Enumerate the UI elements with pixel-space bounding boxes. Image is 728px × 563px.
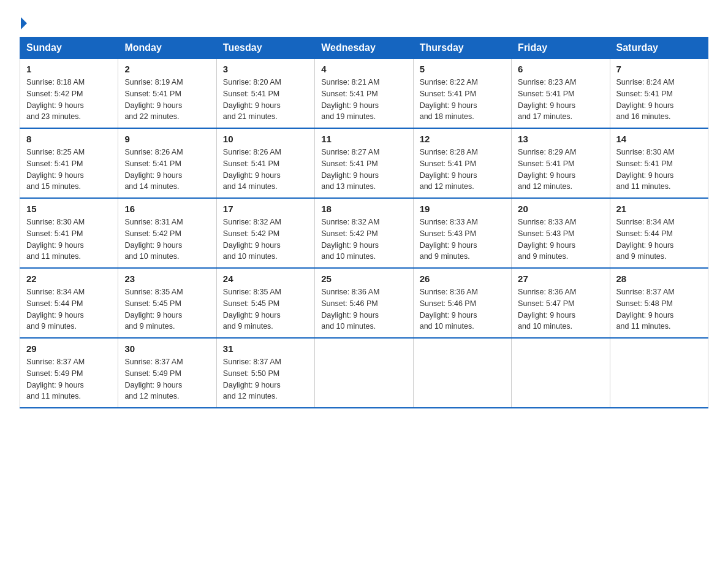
- day-info: Sunrise: 8:26 AM Sunset: 5:41 PM Dayligh…: [124, 147, 210, 193]
- calendar-cell: 31 Sunrise: 8:37 AM Sunset: 5:50 PM Dayl…: [216, 338, 314, 408]
- day-info: Sunrise: 8:22 AM Sunset: 5:41 PM Dayligh…: [420, 77, 505, 123]
- calendar-cell: 8 Sunrise: 8:25 AM Sunset: 5:41 PM Dayli…: [20, 128, 118, 198]
- weekday-header-wednesday: Wednesday: [315, 37, 413, 59]
- day-number: 13: [518, 134, 603, 144]
- day-number: 10: [223, 134, 308, 144]
- week-row-4: 22 Sunrise: 8:34 AM Sunset: 5:44 PM Dayl…: [20, 268, 708, 338]
- day-number: 28: [616, 274, 702, 284]
- day-number: 12: [420, 134, 505, 144]
- week-row-5: 29 Sunrise: 8:37 AM Sunset: 5:49 PM Dayl…: [20, 338, 708, 408]
- day-number: 23: [124, 274, 210, 284]
- day-number: 3: [223, 64, 308, 74]
- day-number: 29: [26, 343, 112, 354]
- day-number: 27: [518, 274, 603, 284]
- weekday-header-row: SundayMondayTuesdayWednesdayThursdayFrid…: [20, 37, 708, 59]
- calendar-header: SundayMondayTuesdayWednesdayThursdayFrid…: [20, 37, 708, 59]
- day-number: 8: [26, 134, 112, 144]
- day-info: Sunrise: 8:35 AM Sunset: 5:45 PM Dayligh…: [223, 286, 308, 332]
- day-number: 20: [518, 204, 603, 214]
- calendar-cell: 3 Sunrise: 8:20 AM Sunset: 5:41 PM Dayli…: [216, 59, 314, 129]
- calendar-cell: 4 Sunrise: 8:21 AM Sunset: 5:41 PM Dayli…: [315, 59, 413, 129]
- day-number: 24: [223, 274, 308, 284]
- day-info: Sunrise: 8:21 AM Sunset: 5:41 PM Dayligh…: [321, 77, 406, 123]
- day-number: 19: [420, 204, 505, 214]
- weekday-header-tuesday: Tuesday: [216, 37, 314, 59]
- day-info: Sunrise: 8:34 AM Sunset: 5:44 PM Dayligh…: [26, 286, 112, 332]
- day-info: Sunrise: 8:18 AM Sunset: 5:42 PM Dayligh…: [26, 77, 112, 123]
- day-number: 30: [124, 343, 210, 354]
- calendar-cell: [413, 338, 511, 408]
- calendar-cell: 5 Sunrise: 8:22 AM Sunset: 5:41 PM Dayli…: [413, 59, 511, 129]
- calendar-cell: 22 Sunrise: 8:34 AM Sunset: 5:44 PM Dayl…: [20, 268, 118, 338]
- weekday-header-friday: Friday: [512, 37, 610, 59]
- day-info: Sunrise: 8:29 AM Sunset: 5:41 PM Dayligh…: [518, 147, 603, 193]
- day-info: Sunrise: 8:30 AM Sunset: 5:41 PM Dayligh…: [616, 147, 702, 193]
- day-number: 31: [223, 343, 308, 354]
- day-number: 14: [616, 134, 702, 144]
- calendar-cell: [512, 338, 610, 408]
- day-info: Sunrise: 8:33 AM Sunset: 5:43 PM Dayligh…: [420, 216, 505, 262]
- day-info: Sunrise: 8:36 AM Sunset: 5:46 PM Dayligh…: [321, 286, 406, 332]
- day-info: Sunrise: 8:34 AM Sunset: 5:44 PM Dayligh…: [616, 216, 702, 262]
- day-info: Sunrise: 8:31 AM Sunset: 5:42 PM Dayligh…: [124, 216, 210, 262]
- week-row-3: 15 Sunrise: 8:30 AM Sunset: 5:41 PM Dayl…: [20, 198, 708, 268]
- day-info: Sunrise: 8:37 AM Sunset: 5:49 PM Dayligh…: [26, 356, 112, 402]
- calendar-cell: 28 Sunrise: 8:37 AM Sunset: 5:48 PM Dayl…: [610, 268, 708, 338]
- calendar-cell: 21 Sunrise: 8:34 AM Sunset: 5:44 PM Dayl…: [610, 198, 708, 268]
- calendar-table: SundayMondayTuesdayWednesdayThursdayFrid…: [20, 37, 708, 408]
- day-info: Sunrise: 8:35 AM Sunset: 5:45 PM Dayligh…: [124, 286, 210, 332]
- calendar-cell: 14 Sunrise: 8:30 AM Sunset: 5:41 PM Dayl…: [610, 128, 708, 198]
- day-number: 21: [616, 204, 702, 214]
- day-info: Sunrise: 8:33 AM Sunset: 5:43 PM Dayligh…: [518, 216, 603, 262]
- day-number: 15: [26, 204, 112, 214]
- calendar-cell: 6 Sunrise: 8:23 AM Sunset: 5:41 PM Dayli…: [512, 59, 610, 129]
- calendar-cell: 17 Sunrise: 8:32 AM Sunset: 5:42 PM Dayl…: [216, 198, 314, 268]
- day-info: Sunrise: 8:32 AM Sunset: 5:42 PM Dayligh…: [223, 216, 308, 262]
- week-row-1: 1 Sunrise: 8:18 AM Sunset: 5:42 PM Dayli…: [20, 59, 708, 129]
- calendar-cell: [610, 338, 708, 408]
- weekday-header-sunday: Sunday: [20, 37, 118, 59]
- day-number: 17: [223, 204, 308, 214]
- day-number: 9: [124, 134, 210, 144]
- day-info: Sunrise: 8:32 AM Sunset: 5:42 PM Dayligh…: [321, 216, 406, 262]
- day-info: Sunrise: 8:25 AM Sunset: 5:41 PM Dayligh…: [26, 147, 112, 193]
- day-number: 16: [124, 204, 210, 214]
- calendar-cell: 24 Sunrise: 8:35 AM Sunset: 5:45 PM Dayl…: [216, 268, 314, 338]
- day-info: Sunrise: 8:27 AM Sunset: 5:41 PM Dayligh…: [321, 147, 406, 193]
- calendar-cell: 10 Sunrise: 8:26 AM Sunset: 5:41 PM Dayl…: [216, 128, 314, 198]
- calendar-cell: 30 Sunrise: 8:37 AM Sunset: 5:49 PM Dayl…: [118, 338, 216, 408]
- calendar-cell: 23 Sunrise: 8:35 AM Sunset: 5:45 PM Dayl…: [118, 268, 216, 338]
- weekday-header-saturday: Saturday: [610, 37, 708, 59]
- weekday-header-thursday: Thursday: [413, 37, 511, 59]
- calendar-cell: 15 Sunrise: 8:30 AM Sunset: 5:41 PM Dayl…: [20, 198, 118, 268]
- day-info: Sunrise: 8:28 AM Sunset: 5:41 PM Dayligh…: [420, 147, 505, 193]
- day-info: Sunrise: 8:24 AM Sunset: 5:41 PM Dayligh…: [616, 77, 702, 123]
- day-info: Sunrise: 8:37 AM Sunset: 5:50 PM Dayligh…: [223, 356, 308, 402]
- day-number: 6: [518, 64, 603, 74]
- calendar-cell: 11 Sunrise: 8:27 AM Sunset: 5:41 PM Dayl…: [315, 128, 413, 198]
- calendar-cell: 1 Sunrise: 8:18 AM Sunset: 5:42 PM Dayli…: [20, 59, 118, 129]
- calendar-cell: [315, 338, 413, 408]
- day-number: 2: [124, 64, 210, 74]
- day-number: 5: [420, 64, 505, 74]
- calendar-cell: 16 Sunrise: 8:31 AM Sunset: 5:42 PM Dayl…: [118, 198, 216, 268]
- day-info: Sunrise: 8:37 AM Sunset: 5:49 PM Dayligh…: [124, 356, 210, 402]
- day-number: 18: [321, 204, 406, 214]
- calendar-cell: 9 Sunrise: 8:26 AM Sunset: 5:41 PM Dayli…: [118, 128, 216, 198]
- day-info: Sunrise: 8:36 AM Sunset: 5:46 PM Dayligh…: [420, 286, 505, 332]
- calendar-cell: 18 Sunrise: 8:32 AM Sunset: 5:42 PM Dayl…: [315, 198, 413, 268]
- day-number: 11: [321, 134, 406, 144]
- calendar-cell: 20 Sunrise: 8:33 AM Sunset: 5:43 PM Dayl…: [512, 198, 610, 268]
- logo: [20, 17, 27, 27]
- calendar-cell: 12 Sunrise: 8:28 AM Sunset: 5:41 PM Dayl…: [413, 128, 511, 198]
- calendar-cell: 25 Sunrise: 8:36 AM Sunset: 5:46 PM Dayl…: [315, 268, 413, 338]
- calendar-cell: 2 Sunrise: 8:19 AM Sunset: 5:41 PM Dayli…: [118, 59, 216, 129]
- day-info: Sunrise: 8:19 AM Sunset: 5:41 PM Dayligh…: [124, 77, 210, 123]
- day-number: 1: [26, 64, 112, 74]
- logo-arrow-icon: [21, 17, 27, 29]
- day-info: Sunrise: 8:26 AM Sunset: 5:41 PM Dayligh…: [223, 147, 308, 193]
- day-number: 7: [616, 64, 702, 74]
- day-number: 22: [26, 274, 112, 284]
- calendar-cell: 7 Sunrise: 8:24 AM Sunset: 5:41 PM Dayli…: [610, 59, 708, 129]
- page-header: [20, 15, 708, 27]
